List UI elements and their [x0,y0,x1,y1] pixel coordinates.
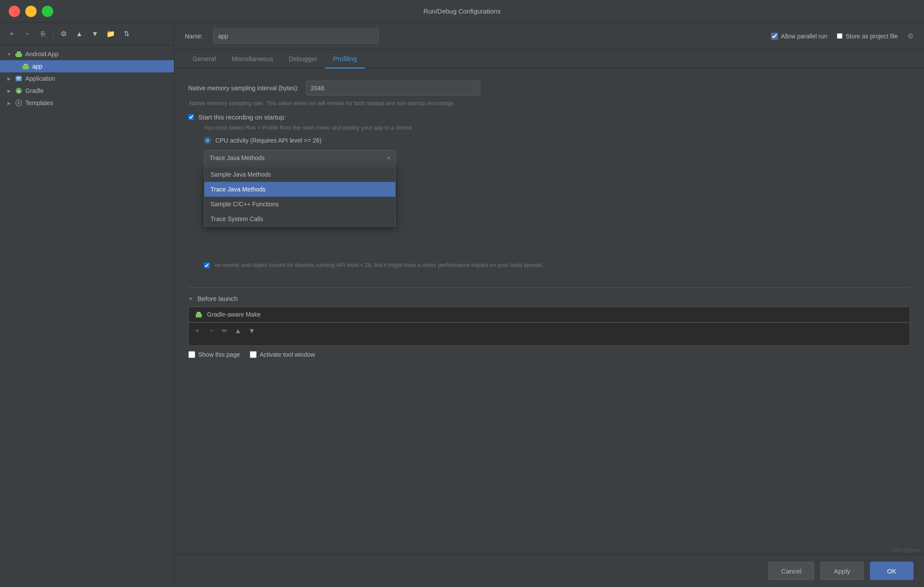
startup-checkbox[interactable] [188,114,194,120]
activate-tool-window-checkbox[interactable] [250,351,257,358]
before-launch-title: Before launch [197,295,238,302]
allow-parallel-label[interactable]: Allow parallel run [771,33,828,40]
svg-rect-7 [19,56,20,57]
config-header: Name: Allow parallel run Store as projec… [174,23,924,50]
chevron-down-icon: ▾ [387,155,390,161]
show-page-label[interactable]: Show this page [188,351,240,358]
minimize-button[interactable] [25,6,37,17]
profiling-content: Native memory sampling interval (bytes):… [174,68,924,554]
expand-arrow-templates: ▶ [6,101,12,106]
show-page-checkbox[interactable] [188,351,195,358]
dropdown-item-trace-system[interactable]: Trace System Calls [204,212,395,226]
copy-config-button[interactable]: ⎘ [37,28,49,40]
before-launch-section: ▼ Before launch Gradle-aware Make [188,287,910,358]
expand-arrow-android-app: ▼ [6,52,12,57]
table-edit-button[interactable]: ✏ [220,325,229,336]
svg-rect-17 [17,77,20,78]
table-add-button[interactable]: ＋ [192,325,203,336]
footer: Cancel Apply OK [174,554,924,587]
svg-rect-12 [22,66,23,68]
svg-rect-14 [24,68,25,69]
cancel-button[interactable]: Cancel [768,562,814,580]
before-launch-table: Gradle-aware Make ＋ － ✏ ▲ ▼ [188,307,910,346]
remove-config-button[interactable]: － [22,28,33,40]
store-project-label[interactable]: Store as project file [837,33,898,40]
memory-checkbox-section: on events and object counts for devices … [204,262,910,275]
table-move-up-button[interactable]: ▲ [233,325,243,336]
trace-method-dropdown[interactable]: Trace Java Methods ▾ [204,150,396,166]
gradle-icon: G [15,87,23,95]
bottom-options: Show this page Activate tool window [188,351,910,358]
close-button[interactable] [9,6,20,17]
watermark: CSDN @huidev [890,548,921,553]
templates-icon [15,99,23,107]
activate-tool-window-label[interactable]: Activate tool window [250,351,315,358]
application-label: Application [25,75,55,82]
name-input[interactable] [213,29,379,44]
cpu-radio-row: CPU activity (Requires API level >= 26) [204,137,910,144]
svg-rect-6 [17,56,18,57]
cpu-activity-radio[interactable] [204,137,211,144]
android-app-label: Android App [25,51,58,58]
window-title: Run/Debug Configurations [424,7,501,15]
memory-help-text: on events and object counts for devices … [215,262,544,268]
svg-point-3 [20,52,20,53]
application-icon [15,75,23,82]
sidebar-item-gradle[interactable]: ▶ G Gradle [0,85,174,97]
ok-button[interactable]: OK [870,562,914,580]
move-down-button[interactable]: ▼ [89,28,101,40]
templates-label: Templates [25,99,53,106]
tab-profiling[interactable]: Profiling [325,50,364,68]
svg-point-26 [197,312,198,313]
sidebar: ＋ － ⎘ ⚙ ▲ ▼ 📁 ⇅ ▼ [0,23,174,587]
folder-button[interactable]: 📁 [105,28,116,40]
svg-rect-9 [24,64,27,66]
tab-debugger[interactable]: Debugger [281,50,325,68]
gear-icon[interactable]: ⚙ [907,32,914,40]
sort-button[interactable]: ⇅ [121,28,132,40]
before-launch-header: ▼ Before launch [188,295,910,302]
move-up-button[interactable]: ▲ [74,28,85,40]
app-label: app [32,63,42,70]
dropdown-selected-value: Trace Java Methods [210,154,265,161]
window-controls [9,6,53,17]
memory-checkbox[interactable] [204,263,210,268]
svg-rect-5 [21,54,22,56]
native-memory-input[interactable] [306,81,480,96]
app-icon [22,62,30,70]
add-config-button[interactable]: ＋ [6,28,17,40]
tab-miscellaneous[interactable]: Miscellaneous [224,50,281,68]
dropdown-item-sample-cpp[interactable]: Sample C/C++ Functions [204,197,395,212]
table-remove-button[interactable]: － [206,325,217,336]
native-memory-row: Native memory sampling interval (bytes): [188,81,910,96]
sidebar-item-app[interactable]: app [0,60,174,72]
sidebar-item-templates[interactable]: ▶ Templates [0,97,174,109]
sidebar-tree: ▼ Android App [0,45,174,587]
expand-arrow-gradle: ▶ [6,89,12,93]
settings-button[interactable]: ⚙ [58,28,69,40]
svg-point-11 [27,64,27,65]
store-project-checkbox[interactable] [837,33,842,39]
dropdown-item-sample-java[interactable]: Sample Java Methods [204,167,395,182]
allow-parallel-checkbox[interactable] [771,33,778,40]
startup-label[interactable]: Start this recording on startup: [198,113,286,121]
memory-checkbox-row: on events and object counts for devices … [204,262,910,275]
maximize-button[interactable] [42,6,53,17]
table-toolbar: ＋ － ✏ ▲ ▼ [189,322,910,339]
config-options: Allow parallel run Store as project file… [771,32,914,40]
cpu-activity-label[interactable]: CPU activity (Requires API level >= 26) [215,137,322,144]
apply-button[interactable]: Apply [820,562,864,580]
startup-help: You must select Run > Profile from the m… [204,124,910,131]
before-launch-arrow[interactable]: ▼ [188,296,193,301]
gradle-row-icon [195,311,203,318]
gradle-label: Gradle [25,87,44,94]
dropdown-item-trace-java[interactable]: Trace Java Methods [204,182,395,197]
android-app-icon [15,50,23,58]
tab-general[interactable]: General [185,50,224,68]
svg-rect-25 [197,312,200,314]
sidebar-item-android-app[interactable]: ▼ Android App [0,48,174,60]
expand-arrow-application: ▶ [6,76,12,81]
native-memory-help: Native memory sampling rate. This value … [189,100,910,106]
sidebar-item-application[interactable]: ▶ Application [0,72,174,85]
table-move-down-button[interactable]: ▼ [247,325,257,336]
